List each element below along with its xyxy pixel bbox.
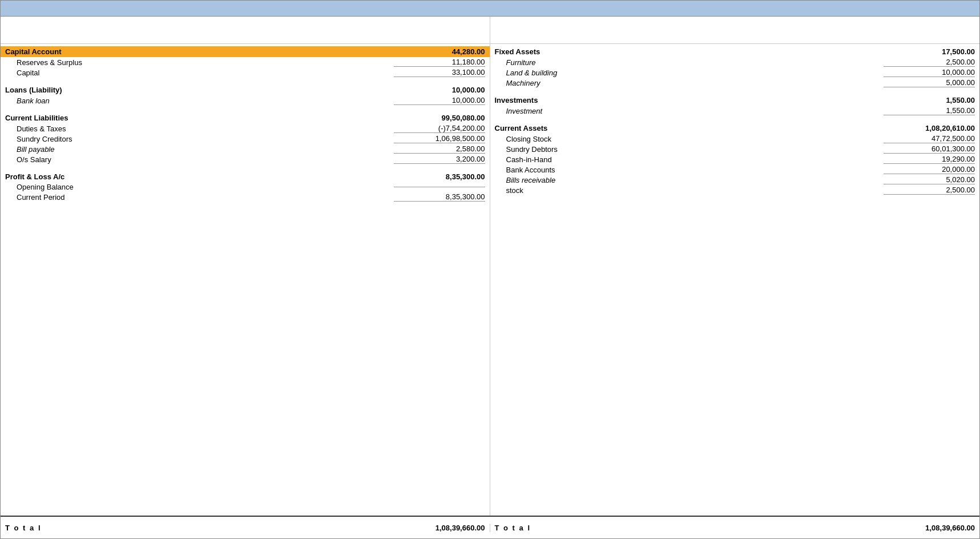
- liabilities-total-label: T o t a l: [5, 524, 42, 532]
- sub-row-2-1: Sundry Creditors1,06,98,500.00: [1, 134, 490, 144]
- sub-row-0-1: Land & building10,000.00: [490, 67, 980, 78]
- liabilities-header-col: [1, 17, 490, 43]
- group-total-2: 99,50,080.00: [394, 114, 485, 122]
- group-total-2: 1,08,20,610.00: [884, 124, 975, 132]
- account-group-3: Profit & Loss A/c8,35,300.00Opening Bala…: [1, 171, 490, 207]
- group-total-1: 1,550.00: [884, 96, 975, 104]
- group-header-2: Current Liabilities99,50,080.00: [1, 112, 490, 123]
- sub-row-2-3: Bank Accounts20,000.00: [490, 164, 980, 175]
- liabilities-content: Capital Account44,280.00Reserves & Surpl…: [1, 46, 490, 207]
- group-header-0: Fixed Assets17,500.00: [490, 46, 980, 57]
- group-header-0: Capital Account44,280.00: [1, 46, 490, 57]
- sub-amount-0-1: 33,100.00: [394, 68, 485, 77]
- sub-name-1-0: Bank loan: [17, 96, 394, 105]
- group-name-2: Current Assets: [495, 124, 884, 132]
- sub-amount-2-5: 2,500.00: [884, 186, 975, 195]
- account-group-0: Capital Account44,280.00Reserves & Surpl…: [1, 46, 490, 82]
- liabilities-section-title: [1, 19, 172, 41]
- group-name-2: Current Liabilities: [5, 114, 394, 122]
- sub-name-2-3: O/s Salary: [17, 155, 394, 164]
- group-header-3: Profit & Loss A/c8,35,300.00: [1, 171, 490, 182]
- sub-amount-2-0: (-)7,54,200.00: [394, 124, 485, 133]
- group-total-0: 17,500.00: [884, 47, 975, 56]
- main-content: Capital Account44,280.00Reserves & Surpl…: [1, 17, 979, 538]
- sub-amount-3-0: [394, 187, 485, 187]
- account-group-1: Investments1,550.00Investment1,550.00: [490, 95, 980, 120]
- sub-name-0-1: Capital: [17, 69, 394, 77]
- assets-header-col: [490, 17, 980, 43]
- assets-footer: T o t a l 1,08,39,660.00: [490, 524, 975, 532]
- sub-amount-2-1: 1,06,98,500.00: [394, 134, 485, 143]
- sub-row-3-1: Current Period8,35,300.00: [1, 192, 490, 202]
- sub-name-3-0: Opening Balance: [17, 183, 394, 191]
- sub-row-2-3: O/s Salary3,200.00: [1, 154, 490, 164]
- balance-sheet-window: Capital Account44,280.00Reserves & Surpl…: [0, 0, 980, 539]
- sub-name-2-4: Bills receivable: [506, 176, 884, 184]
- sub-amount-1-0: 1,550.00: [884, 106, 975, 115]
- group-total-1: 10,000.00: [394, 86, 485, 94]
- sub-row-2-2: Bill payable2,580.00: [1, 144, 490, 154]
- assets-total-label: T o t a l: [495, 524, 531, 532]
- liabilities-total-amount: 1,08,39,660.00: [435, 524, 485, 532]
- assets-total-amount: 1,08,39,660.00: [925, 524, 975, 532]
- panels-wrapper: Capital Account44,280.00Reserves & Surpl…: [1, 44, 979, 516]
- sub-amount-2-2: 2,580.00: [394, 144, 485, 154]
- group-header-1: Investments1,550.00: [490, 95, 980, 106]
- sub-name-0-0: Furniture: [506, 58, 884, 67]
- sub-row-0-2: Machinery5,000.00: [490, 78, 980, 88]
- sub-amount-2-3: 20,000.00: [884, 165, 975, 174]
- title-bar: [1, 1, 979, 17]
- sub-name-0-0: Reserves & Surplus: [17, 58, 394, 67]
- sub-row-2-0: Duties & Taxes(-)7,54,200.00: [1, 123, 490, 134]
- assets-content: Fixed Assets17,500.00Furniture2,500.00La…: [490, 46, 980, 200]
- group-header-1: Loans (Liability)10,000.00: [1, 85, 490, 95]
- group-name-0: Capital Account: [5, 47, 394, 56]
- sub-amount-0-1: 10,000.00: [884, 68, 975, 77]
- sub-name-3-1: Current Period: [17, 193, 394, 202]
- sub-amount-0-0: 11,180.00: [394, 58, 485, 67]
- sub-amount-3-1: 8,35,300.00: [394, 192, 485, 202]
- sub-name-2-1: Sundry Debtors: [506, 145, 884, 154]
- sub-row-2-5: stock2,500.00: [490, 185, 980, 195]
- sub-name-2-0: Duties & Taxes: [17, 124, 394, 133]
- assets-panel: Fixed Assets17,500.00Furniture2,500.00La…: [490, 44, 980, 516]
- sub-row-1-0: Bank loan10,000.00: [1, 95, 490, 106]
- group-total-0: 44,280.00: [394, 47, 485, 56]
- liabilities-company-block: [172, 19, 490, 41]
- account-group-0: Fixed Assets17,500.00Furniture2,500.00La…: [490, 46, 980, 92]
- sub-row-1-0: Investment1,550.00: [490, 106, 980, 116]
- account-group-1: Loans (Liability)10,000.00Bank loan10,00…: [1, 85, 490, 110]
- sub-name-0-2: Machinery: [506, 79, 884, 87]
- sub-amount-2-4: 5,020.00: [884, 175, 975, 184]
- sub-row-2-0: Closing Stock47,72,500.00: [490, 134, 980, 144]
- sub-row-2-2: Cash-in-Hand19,290.00: [490, 154, 980, 164]
- sub-name-0-1: Land & building: [506, 69, 884, 77]
- account-group-2: Current Assets1,08,20,610.00Closing Stoc…: [490, 123, 980, 200]
- sub-row-2-1: Sundry Debtors60,01,300.00: [490, 144, 980, 154]
- group-name-0: Fixed Assets: [495, 47, 884, 56]
- sub-amount-2-3: 3,200.00: [394, 155, 485, 164]
- sub-amount-2-1: 60,01,300.00: [884, 144, 975, 154]
- sub-name-2-1: Sundry Creditors: [17, 135, 394, 143]
- sub-row-0-0: Reserves & Surplus11,180.00: [1, 57, 490, 67]
- column-headers: [1, 17, 979, 44]
- sub-row-0-1: Capital33,100.00: [1, 67, 490, 78]
- assets-company-block: [662, 19, 980, 41]
- sub-amount-2-2: 19,290.00: [884, 155, 975, 164]
- account-group-2: Current Liabilities99,50,080.00Duties & …: [1, 112, 490, 169]
- group-total-3: 8,35,300.00: [394, 172, 485, 181]
- sub-name-2-2: Bill payable: [17, 145, 394, 154]
- group-name-3: Profit & Loss A/c: [5, 172, 394, 181]
- assets-section-title: [490, 19, 662, 41]
- sub-amount-0-2: 5,000.00: [884, 78, 975, 87]
- sub-amount-0-0: 2,500.00: [884, 58, 975, 67]
- group-name-1: Investments: [495, 96, 884, 104]
- group-name-1: Loans (Liability): [5, 86, 394, 94]
- sub-amount-2-0: 47,72,500.00: [884, 134, 975, 143]
- liabilities-footer: T o t a l 1,08,39,660.00: [5, 524, 490, 532]
- sub-name-2-2: Cash-in-Hand: [506, 155, 884, 164]
- sub-row-2-4: Bills receivable5,020.00: [490, 175, 980, 185]
- sub-row-0-0: Furniture2,500.00: [490, 57, 980, 67]
- footer-bar: T o t a l 1,08,39,660.00 T o t a l 1,08,…: [1, 516, 979, 538]
- sub-name-2-5: stock: [506, 186, 884, 195]
